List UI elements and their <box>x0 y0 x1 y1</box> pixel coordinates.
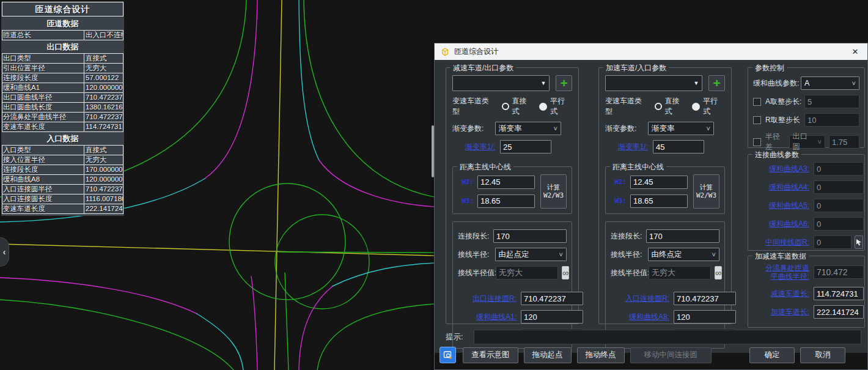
dialog-titlebar[interactable]: 匝道综合设计 ✕ <box>435 43 867 60</box>
radio-parallel-label[interactable]: 平行式 <box>550 96 572 117</box>
decel-distance-group: 距离主线中心线 W2: W3: 计算 W2/W3 <box>452 166 572 214</box>
pick-on-screen-button[interactable] <box>855 235 863 249</box>
row-label: 连接段长度 <box>2 73 84 83</box>
connect-curve-group: 连接曲线参数 缓和曲线A3: 缓和曲线A4: 缓和曲线A5: 缓和曲线A6: 中… <box>748 154 865 251</box>
radio-parallel[interactable] <box>692 103 700 111</box>
dropdown-arrow-icon: ▼ <box>694 80 699 86</box>
radio-parallel-label[interactable]: 平行式 <box>703 96 725 117</box>
radius-diff-dropdown: 出口圆 ˅ <box>789 135 825 149</box>
nose-radius-link[interactable]: 分流鼻处匝道 平曲线半径: <box>753 264 809 281</box>
spiral-a1-input[interactable] <box>521 310 583 324</box>
radius-diff-checkbox[interactable] <box>753 138 761 146</box>
accel-add-preset-button[interactable]: + <box>708 75 725 91</box>
accel-w2-input[interactable] <box>630 176 688 189</box>
mid-circle-link[interactable]: 中间接线圆R: <box>753 237 809 248</box>
accel-calc-w2w3-button[interactable]: 计算 W2/W3 <box>693 174 719 209</box>
decel-exit-group: 减速车道/出口参数 ▼ + 变速车道类型 直接式 平行式 渐变参数: <box>446 67 579 324</box>
radio-direct-label[interactable]: 直接式 <box>665 96 687 117</box>
drag-start-button[interactable]: 拖动起点 <box>524 347 572 363</box>
prompt-label: 提示: <box>446 332 474 342</box>
radio-direct-label[interactable]: 直接式 <box>512 96 534 117</box>
accel-radius-mode-dropdown[interactable]: 由终点定 ˅ <box>648 248 719 261</box>
gradient-rate-link[interactable]: 渐变率1/: <box>614 142 648 152</box>
r-step-checkbox[interactable] <box>753 116 761 124</box>
chevron-down-icon: ˅ <box>818 138 822 146</box>
spiral-param-value: A <box>804 79 809 87</box>
entrance-circle-link[interactable]: 入口连接圆R: <box>611 294 669 304</box>
radio-direct-selected[interactable] <box>502 103 509 110</box>
ramp-design-dialog: 匝道综合设计 ✕ 减速车道/出口参数 ▼ + 变速车道类型 直接式 平行式 <box>434 43 868 370</box>
row-label: 连接段长度 <box>2 165 84 174</box>
accel-w3-input[interactable] <box>630 194 688 208</box>
spiral-a6-link[interactable]: 缓和曲线A6: <box>753 219 809 229</box>
accel-rate-input[interactable] <box>653 140 704 154</box>
accel-entrance-group: 加速车道/入口参数 ▼ + 变速车道类型 直接式 平行式 渐变参数: <box>598 67 732 324</box>
close-icon[interactable]: ✕ <box>848 47 862 56</box>
group-title: 加减速车道数据 <box>752 251 809 262</box>
row-value: 710.472237 <box>84 185 123 194</box>
spiral-param-dropdown[interactable]: A ˅ <box>801 76 859 90</box>
overlay-section-table: 入口类型直接式接入位置半径无穷大连接段长度170.000000缓和曲线A8120… <box>2 145 123 214</box>
panel-collapse-tab[interactable]: ‹ <box>0 237 9 267</box>
exit-circle-input[interactable] <box>521 292 583 305</box>
table-row: 连接段长度170.000000 <box>2 165 123 175</box>
row-label: 缓和曲线A1 <box>2 83 84 92</box>
decel-radius-mode-dropdown[interactable]: 由起点定 ˅ <box>495 248 567 261</box>
view-sketch-button[interactable]: 查看示意图 <box>463 347 518 363</box>
overlay-section-table: 匝道总长出入口不连续 <box>2 30 123 40</box>
nose-radius-label-line1: 分流鼻处匝道 <box>765 264 809 272</box>
decel-lane-length-input[interactable] <box>814 287 864 300</box>
radio-parallel[interactable] <box>539 103 547 111</box>
exit-circle-link[interactable]: 出口连接圆R: <box>458 294 517 304</box>
decel-w3-input[interactable] <box>477 194 535 208</box>
drag-end-button[interactable]: 拖动终点 <box>577 347 625 363</box>
accel-preset-dropdown[interactable]: ▼ <box>605 75 702 91</box>
spiral-a8-input[interactable] <box>674 310 736 324</box>
accel-segment-length-input[interactable] <box>646 229 719 243</box>
radius-mode-value: 由终点定 <box>652 250 682 260</box>
spiral-a3-link[interactable]: 缓和曲线A3: <box>753 164 809 174</box>
spiral-a4-link[interactable]: 缓和曲线A4: <box>753 182 809 193</box>
decel-w2-input[interactable] <box>477 176 535 189</box>
decel-gradient-dropdown[interactable]: 渐变率 ˅ <box>495 122 561 135</box>
decel-add-preset-button[interactable]: + <box>556 75 572 91</box>
segment-length-label: 连接段长: <box>458 231 493 242</box>
row-value: 1116.007180 <box>84 194 123 204</box>
chevron-down-icon: ˅ <box>554 125 557 132</box>
accel-lane-length-link[interactable]: 加速车道长: <box>753 307 809 317</box>
ramp-data-overlay: 匝道综合设计 匝道数据匝道总长出入口不连续出口数据出口类型直接式引出位置半径无穷… <box>1 1 124 216</box>
decel-calc-w2w3-button[interactable]: 计算 W2/W3 <box>540 174 567 209</box>
infinity-icon: ∞ <box>562 268 568 278</box>
decel-preset-dropdown[interactable]: ▼ <box>452 75 550 91</box>
row-value: 222.141724 <box>84 204 123 213</box>
preview-toggle-button[interactable] <box>440 347 456 363</box>
row-label: 缓和曲线A8 <box>2 175 84 184</box>
dialog-app-icon <box>440 47 450 57</box>
radius-diff-option: 出口圆 <box>793 131 814 152</box>
cancel-button[interactable]: 取消 <box>800 347 845 363</box>
a-step-checkbox[interactable] <box>753 98 761 106</box>
spiral-a5-link[interactable]: 缓和曲线A5: <box>753 201 809 211</box>
table-row: 匝道总长出入口不连续 <box>2 31 123 40</box>
nose-radius-label-line2: 平曲线半径: <box>771 272 809 281</box>
accel-infinity-button[interactable]: ∞ <box>715 266 722 279</box>
radius-mode-label: 接线半径: <box>458 250 495 260</box>
accel-gradient-dropdown[interactable]: 渐变率 ˅ <box>648 122 714 135</box>
row-label: 匝道总长 <box>2 31 84 40</box>
decel-infinity-button[interactable]: ∞ <box>562 266 569 279</box>
spiral-a1-link[interactable]: 缓和曲线A1: <box>458 312 517 322</box>
entrance-circle-input[interactable] <box>674 292 736 305</box>
decel-radius-value-input <box>496 266 558 279</box>
ok-button[interactable]: 确定 <box>749 347 795 363</box>
decel-rate-input[interactable] <box>500 140 551 154</box>
lane-type-label: 变速车道类型 <box>605 96 649 117</box>
table-row: 入口连接圆半径710.472237 <box>2 185 123 194</box>
gradient-rate-link[interactable]: 渐变率1/: <box>461 142 495 152</box>
gradient-param-label: 渐变参数: <box>605 124 648 134</box>
decel-segment-length-input[interactable] <box>493 229 567 243</box>
spiral-a8-link[interactable]: 缓和曲线A8: <box>611 312 669 322</box>
row-label: 分流鼻处平曲线半径 <box>2 113 84 122</box>
decel-lane-length-link[interactable]: 减速车道长: <box>753 289 809 299</box>
accel-lane-length-input[interactable] <box>814 305 864 319</box>
radio-direct-selected[interactable] <box>655 103 662 110</box>
